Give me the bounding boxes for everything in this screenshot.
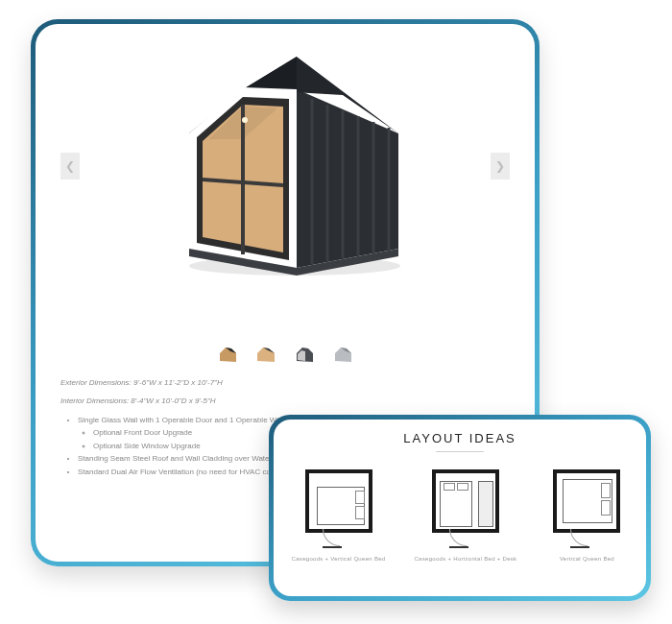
layout-plan-icon xyxy=(424,466,507,546)
svg-marker-24 xyxy=(335,348,351,362)
layout-option-3[interactable]: Vertical Queen Bed xyxy=(545,466,628,562)
divider xyxy=(436,451,484,452)
thumbnail-front[interactable] xyxy=(217,345,238,364)
svg-marker-18 xyxy=(220,348,236,362)
exterior-dimensions: Exterior Dimensions: 9'-6"W x 11'-2"D x … xyxy=(60,377,510,390)
layout-row: Casegoods + Vertical Queen Bed Casegoods… xyxy=(291,466,629,562)
svg-point-16 xyxy=(242,117,248,123)
carousel-next-button[interactable]: ❯ xyxy=(491,153,510,180)
layout-plan-icon xyxy=(545,466,628,546)
interior-dimensions: Interior Dimensions: 8'-4"W x 10'-0"D x … xyxy=(60,396,510,408)
layout-ideas-card: LAYOUT IDEAS Casegoods + Vertical Queen … xyxy=(269,415,651,601)
thumbnail-angle[interactable] xyxy=(294,345,315,364)
product-image-stage: ❮ ❯ xyxy=(60,41,510,291)
thumbnail-row xyxy=(60,345,510,364)
layout-caption: Casegoods + Horizontal Bed + Desk xyxy=(414,556,516,562)
thumbnail-grey[interactable] xyxy=(332,345,353,364)
thumbnail-open[interactable] xyxy=(255,345,276,364)
layout-option-2[interactable]: Casegoods + Horizontal Bed + Desk xyxy=(414,466,516,562)
svg-marker-20 xyxy=(257,348,275,362)
layout-caption: Vertical Queen Bed xyxy=(560,556,614,562)
layout-ideas-title: LAYOUT IDEAS xyxy=(403,431,516,445)
layout-ideas-inner: LAYOUT IDEAS Casegoods + Vertical Queen … xyxy=(274,420,646,596)
layout-option-1[interactable]: Casegoods + Vertical Queen Bed xyxy=(292,466,386,562)
product-hero-image xyxy=(160,51,410,281)
carousel-prev-button[interactable]: ❮ xyxy=(60,153,80,180)
layout-plan-icon xyxy=(298,466,380,546)
layout-caption: Casegoods + Vertical Queen Bed xyxy=(292,556,386,562)
